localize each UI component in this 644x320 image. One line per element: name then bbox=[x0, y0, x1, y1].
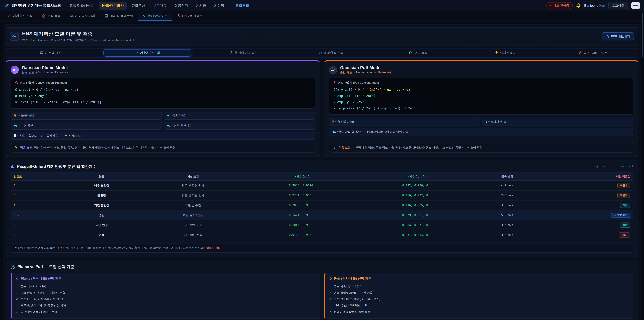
check-icon: ✓ bbox=[329, 297, 332, 301]
trend-icon bbox=[135, 51, 138, 55]
tab[interactable]: HNS 물질정보 bbox=[173, 12, 207, 21]
plume-criteria-list: ✓유출 지속시간 > 10분✓탱크 균열/배관 파손 — 지속적 누출✓풍속 ≥… bbox=[16, 283, 316, 315]
variable-pill: σy = 수평 확산계수 bbox=[11, 122, 162, 130]
model-selection-card: Plume vs Puff — 모델 선택 기준 Plume (연속 배출) 선… bbox=[6, 260, 638, 320]
section-tab[interactable]: WRF-Chem 발전 bbox=[549, 49, 636, 57]
variable-pill: u = 풍속 (m/s) bbox=[164, 112, 315, 120]
app-logo[interactable]: 해양환경 위기대응 통합시스템 bbox=[4, 3, 62, 8]
tab[interactable]: 분석 목록 bbox=[38, 12, 65, 21]
navbar-right: 사고 진행중 Eunjeong Kim 로그아웃 bbox=[546, 2, 640, 9]
equation-lines: C(x,y,z) = Q / (2π · σy · σz · u)× exp(-… bbox=[15, 87, 310, 105]
table-footnote: ★ 해양 환경에서는 D 등급(중립)이 가장 빈번하게 나타난다. 해풍·육풍… bbox=[11, 243, 633, 253]
applicability-badge: 드물게 bbox=[617, 183, 630, 188]
incident-status-badge[interactable]: 사고 진행중 bbox=[546, 2, 573, 9]
zap-icon bbox=[495, 51, 498, 55]
section-tab[interactable]: 해양환경 보정 bbox=[288, 49, 375, 57]
equation-line: × exp(-(x-ut)² / 2σx²) bbox=[334, 93, 629, 99]
stability-table-card: Pasquill-Gifford 대기안정도 분류 및 확산계수 σy = a·… bbox=[6, 160, 638, 257]
wind-icon bbox=[331, 68, 335, 72]
table-row: E약간 안정야간 약한 바람0.1046, 0.90310.064, 0.871… bbox=[11, 220, 633, 230]
tab[interactable]: 대기확산 분석 bbox=[3, 12, 37, 21]
pin-icon bbox=[15, 81, 18, 84]
user-name: Eunjeong Kim bbox=[584, 4, 605, 8]
page-title: HNS 대기확산 모델 이론 및 검증 bbox=[22, 31, 135, 37]
flask-icon bbox=[177, 14, 180, 18]
applicability-badge: 적합 bbox=[620, 222, 630, 228]
tab[interactable]: 시나리오 관리 bbox=[66, 12, 100, 21]
tab[interactable]: 확산모델 이론 bbox=[138, 12, 172, 21]
nav-item[interactable]: 게시판 bbox=[193, 2, 210, 10]
section-tab[interactable]: 시스템 개요 bbox=[8, 49, 95, 57]
table-row: A매우 불안정맑은 날 강한 일사0.3658, 0.90240.192, 0.… bbox=[11, 181, 633, 190]
section-tab[interactable]: 모델 검증 bbox=[375, 49, 462, 57]
table-header-cell: 풍속 범위 bbox=[474, 173, 540, 181]
equation-title: 농도 산출식 (Puff Concentration) bbox=[338, 81, 379, 85]
puff-badge bbox=[329, 66, 337, 74]
check-icon: ✓ bbox=[16, 303, 18, 307]
section-tabs: 시스템 개요가우시안 모델물질별 시나리오해양환경 보정모델 검증실시간 비교W… bbox=[6, 48, 638, 58]
check-icon: ✓ bbox=[16, 284, 18, 289]
check-square-icon bbox=[409, 51, 412, 55]
plume-model-card: Gaussian Plume Model 연속 방출 (Continuous R… bbox=[6, 60, 320, 157]
sigma-formula: σy = a·xᵇ , σz = c·xᵈ + f bbox=[595, 165, 633, 168]
plume-criteria-card: Plume (연속 배출) 선택 기준 ✓유출 지속시간 > 10분✓탱크 균열… bbox=[11, 273, 320, 319]
criteria-item: ✓톨루엔, 벤젠, 자일렌 등 증발성 액체 bbox=[16, 302, 316, 309]
tab[interactable]: HNS 대응매뉴얼 bbox=[100, 12, 138, 21]
variable-pill: σz = 연직 확산계수 bbox=[164, 122, 315, 130]
nav-item[interactable]: 긴급구난 bbox=[128, 2, 148, 10]
table-header-cell: σy 계수 (a, b) bbox=[245, 173, 356, 181]
nav-item[interactable]: 항공탐색 bbox=[171, 2, 191, 10]
criteria-item: ✓유출 지속시간 < 10분 bbox=[329, 283, 629, 290]
criteria-item: ✓LPG, 수소, LNG 탱크 파열 bbox=[329, 302, 629, 309]
criteria-item: ✓탱크 균열/배관 파손 — 지속적 누출 bbox=[16, 290, 316, 296]
table-header-cell: σz 계수 (c, d, f) bbox=[356, 173, 474, 181]
criteria-item: ✓컨테이너 화학물질 돌발 유출 bbox=[329, 309, 629, 315]
activity-icon bbox=[142, 14, 146, 18]
nav-item[interactable]: 통합조회 bbox=[232, 2, 252, 10]
model-title: Gaussian Plume Model bbox=[22, 65, 68, 70]
application-note: 적용 조건: 순간적 대량 방출, 폭발·탱크 파열. 해양 사고 중 LPG/… bbox=[329, 143, 633, 153]
section-tab[interactable]: 가우시안 모델 bbox=[104, 49, 192, 57]
vertical-scrollbar[interactable] bbox=[642, 14, 643, 57]
flask-icon bbox=[230, 51, 233, 55]
logout-button[interactable]: 로그아웃 bbox=[608, 2, 628, 9]
page-subtitle: WRF-Chem·Gaussian Plume/Puff·ROMS·해양환경 보… bbox=[22, 38, 135, 42]
nav-item[interactable]: 유출유 확산예측 bbox=[66, 2, 97, 10]
ship-icon bbox=[11, 264, 15, 269]
variable-grid: M = 총 배출량 (g)t = 경과시간 (s)σx = 풍하방향 확산계수 … bbox=[329, 118, 633, 136]
equation-line: × exp(-y² / 2σy²) bbox=[15, 93, 310, 99]
criteria-item: ✓탱크 폭발/BLEVE — 순간 방출 bbox=[329, 290, 629, 296]
check-icon: ✓ bbox=[16, 291, 18, 295]
app-title: 해양환경 위기대응 통합시스템 bbox=[12, 3, 62, 8]
wave-icon bbox=[13, 68, 17, 72]
table-row: B불안정맑은 날 약한 일사0.2751, 0.90310.156, 0.922… bbox=[11, 190, 633, 200]
menu-icon[interactable] bbox=[631, 2, 640, 9]
nav-item[interactable]: 기상정보 bbox=[211, 2, 231, 10]
doc-icon bbox=[42, 14, 46, 18]
module-tabbar: 대기확산 분석분석 목록시나리오 관리HNS 대응매뉴얼확산모델 이론HNS 물… bbox=[0, 12, 644, 22]
criteria-item: ✓암모니아 냉동 저장탱크 누출 bbox=[16, 309, 316, 315]
variable-pill: Q = 배출률 (g/s) bbox=[11, 112, 162, 120]
equation-lines: C(x,y,z,t) = M / [(2π)³/² · σx · σy · σz… bbox=[334, 87, 629, 111]
variable-pill: σx = 풍하방향 확산계수 — Plume에서는 u에 의해 이미 반영 bbox=[329, 128, 633, 136]
table-header-cell: 해양 적용성 bbox=[540, 173, 633, 181]
section-tab[interactable]: 물질별 시나리오 bbox=[200, 49, 288, 57]
plume-badge bbox=[11, 66, 19, 74]
check-icon: ✓ bbox=[329, 284, 332, 289]
equation-box: 농도 산출식 (Concentration Equation) C(x,y,z)… bbox=[11, 78, 315, 109]
criteria-item: ✓풍속 ≥ 1.5 m/s (정상류 가정 가능) bbox=[16, 296, 316, 302]
nav-item[interactable]: 보고자료 bbox=[150, 2, 170, 10]
equation-box: 농도 산출식 (Puff Concentration) C(x,y,z,t) =… bbox=[329, 78, 633, 115]
incident-label: 사고 진행중 bbox=[553, 4, 569, 8]
table-title: Pasquill-Gifford 대기안정도 분류 및 확산계수 bbox=[17, 164, 96, 169]
notification-bell-icon[interactable] bbox=[576, 3, 581, 8]
book-icon bbox=[105, 14, 108, 18]
pdf-export-button[interactable]: PDF 내보내기 bbox=[602, 32, 634, 41]
section-tab[interactable]: 실시간 비교 bbox=[462, 49, 550, 57]
nav-item[interactable]: HNS·대기확산 bbox=[98, 2, 127, 10]
model-title: Gaussian Puff Model bbox=[340, 65, 391, 70]
puff-criteria-card: Puff (순간 배출) 선택 기준 ✓유출 지속시간 < 10분✓탱크 폭발/… bbox=[324, 273, 633, 319]
page-header-icon bbox=[10, 32, 19, 41]
activity-icon bbox=[12, 34, 16, 39]
equation-line: × [exp(-(z-H)² / 2σz²) + exp(-(z+H)² / 2… bbox=[334, 105, 629, 111]
